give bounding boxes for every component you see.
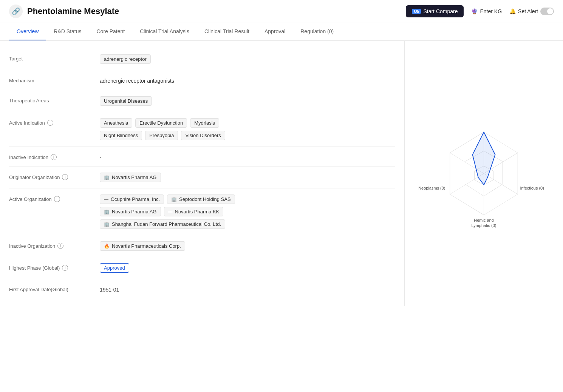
org-icon: 🏢	[104, 175, 110, 180]
highest-phase-value: Approved	[100, 263, 395, 273]
inactive-indication-label: Inactive Indication i	[9, 153, 92, 160]
inactive-org-row: Inactive Organization i 🔥 Novartis Pharm…	[9, 235, 395, 257]
radar-data-polygon	[473, 132, 495, 185]
novartis-kk-icon: —	[168, 209, 173, 215]
first-approval-value: 1951-01	[100, 285, 395, 293]
set-alert-label: Set Alert	[518, 8, 538, 14]
therapeutic-areas-label: Therapeutic Areas	[9, 96, 92, 103]
mechanism-row: Mechanism adrenergic receptor antagonist…	[9, 70, 395, 90]
active-indication-row-2: Night Blindness Presbyopia Vision Disord…	[100, 131, 395, 140]
septodont-icon: 🏢	[171, 197, 177, 202]
tab-clinical-trial-result[interactable]: Clinical Trial Result	[197, 23, 257, 40]
active-indication-row-1: Anesthesia Erectile Dysfunction Mydriasi…	[100, 118, 395, 128]
therapeutic-area-tag[interactable]: Urogenital Diseases	[100, 96, 152, 106]
novartis-ag-icon: 🏢	[104, 209, 110, 215]
alert-toggle[interactable]	[540, 8, 554, 15]
active-indication-info-icon[interactable]: i	[47, 120, 53, 126]
active-indication-row: Active Indication i Anesthesia Erectile …	[9, 112, 395, 147]
compare-label: Start Compare	[423, 8, 458, 14]
tab-approval[interactable]: Approval	[257, 23, 293, 40]
mechanism-text: adrenergic receptor antagonists	[100, 76, 174, 84]
main-content: Target adrenergic receptor Mechanism adr…	[0, 41, 563, 306]
highest-phase-tag[interactable]: Approved	[100, 263, 129, 273]
active-indication-value: Anesthesia Erectile Dysfunction Mydriasi…	[100, 118, 395, 140]
inactive-indication-value: -	[100, 153, 395, 160]
start-compare-button[interactable]: U5 Start Compare	[406, 5, 464, 17]
header-actions: U5 Start Compare 🔮 Enter KG 🔔 Set Alert	[406, 5, 554, 17]
target-label: Target	[9, 54, 92, 62]
active-org-row-3: 🏢 Shanghai Fudan Forward Pharmaceutical …	[100, 219, 395, 229]
active-org-info-icon[interactable]: i	[54, 196, 60, 202]
highest-phase-label: Highest Phase (Global) i	[9, 263, 92, 271]
indication-night-blindness[interactable]: Night Blindness	[100, 131, 142, 140]
highest-phase-row: Highest Phase (Global) i Approved	[9, 257, 395, 279]
active-org-row: Active Organization i — Ocuphire Pharma,…	[9, 188, 395, 235]
originator-org-label: Originator Organization i	[9, 173, 92, 180]
first-approval-text: 1951-01	[100, 285, 119, 293]
inactive-org-value: 🔥 Novartis Pharmaceuticals Corp.	[100, 241, 395, 251]
highest-phase-info-icon[interactable]: i	[62, 265, 68, 271]
tab-overview[interactable]: Overview	[9, 23, 46, 40]
active-org-row-1: — Ocuphire Pharma, Inc. 🏢 Septodont Hold…	[100, 194, 395, 204]
indication-presbyopia[interactable]: Presbyopia	[145, 131, 178, 140]
tab-clinical-trial-analysis[interactable]: Clinical Trial Analysis	[132, 23, 197, 40]
originator-org-value: 🏢 Novartis Pharma AG	[100, 173, 395, 182]
target-value: adrenergic receptor	[100, 54, 395, 64]
inactive-org-info-icon[interactable]: i	[57, 243, 63, 249]
tab-regulation[interactable]: Regulation (0)	[293, 23, 341, 40]
active-indication-label: Active Indication i	[9, 118, 92, 126]
active-org-label: Active Organization i	[9, 194, 92, 202]
compare-badge: U5	[412, 9, 421, 14]
org-novartis-pharma-ag-originator[interactable]: 🏢 Novartis Pharma AG	[100, 173, 161, 182]
radar-label-hemic2: Lymphatic (0)	[471, 223, 496, 228]
active-org-value: — Ocuphire Pharma, Inc. 🏢 Septodont Hold…	[100, 194, 395, 229]
drug-icon: 🔗	[9, 5, 23, 18]
inactive-indication-row: Inactive Indication i -	[9, 147, 395, 167]
tab-bar: Overview R&D Status Core Patent Clinical…	[0, 23, 563, 41]
tab-rd-status[interactable]: R&D Status	[46, 23, 89, 40]
radar-label-neoplasms: Neoplasms (0)	[418, 186, 445, 190]
novartis-corp-icon: 🔥	[104, 244, 110, 249]
therapeutic-areas-row: Therapeutic Areas Urogenital Diseases	[9, 90, 395, 112]
inactive-indication-info-icon[interactable]: i	[51, 154, 57, 160]
active-org-row-2: 🏢 Novartis Pharma AG — Novartis Pharma K…	[100, 207, 395, 216]
set-alert-button[interactable]: 🔔 Set Alert	[509, 8, 554, 15]
target-row: Target adrenergic receptor	[9, 48, 395, 70]
org-novartis-pharma-ag[interactable]: 🏢 Novartis Pharma AG	[100, 207, 161, 216]
shanghai-icon: 🏢	[104, 222, 110, 227]
target-tag[interactable]: adrenergic receptor	[100, 54, 151, 64]
header: 🔗 Phentolamine Mesylate U5 Start Compare…	[0, 0, 563, 23]
org-novartis-pharma-kk[interactable]: — Novartis Pharma KK	[164, 207, 224, 216]
originator-org-row: Originator Organization i 🏢 Novartis Pha…	[9, 167, 395, 188]
org-ocuphire[interactable]: — Ocuphire Pharma, Inc.	[100, 194, 164, 204]
indication-mydriasis[interactable]: Mydriasis	[190, 118, 219, 128]
radar-label-hemic1: Hemic and	[474, 218, 493, 222]
info-panel: Target adrenergic receptor Mechanism adr…	[0, 41, 404, 306]
therapeutic-areas-value: Urogenital Diseases	[100, 96, 395, 106]
inactive-org-label: Inactive Organization i	[9, 241, 92, 249]
inactive-indication-text: -	[100, 153, 102, 160]
org-novartis-pharma-corp[interactable]: 🔥 Novartis Pharmaceuticals Corp.	[100, 241, 185, 251]
alert-icon: 🔔	[509, 8, 516, 14]
org-shanghai-fudan[interactable]: 🏢 Shanghai Fudan Forward Pharmaceutical …	[100, 219, 225, 229]
tab-core-patent[interactable]: Core Patent	[89, 23, 133, 40]
indication-anesthesia[interactable]: Anesthesia	[100, 118, 132, 128]
mechanism-value: adrenergic receptor antagonists	[100, 76, 395, 84]
radar-chart: Neoplasms (0) Infectious (0) Hemic and L…	[412, 48, 555, 299]
page-title: Phentolamine Mesylate	[27, 6, 401, 16]
mechanism-label: Mechanism	[9, 76, 92, 83]
enter-kg-button[interactable]: 🔮 Enter KG	[471, 8, 502, 14]
radar-label-infectious: Infectious (0)	[520, 186, 544, 190]
first-approval-label: First Approval Date(Global)	[9, 285, 92, 292]
indication-erectile[interactable]: Erectile Dysfunction	[135, 118, 187, 128]
enter-kg-label: Enter KG	[480, 8, 502, 14]
kg-icon: 🔮	[471, 8, 478, 14]
originator-org-info-icon[interactable]: i	[62, 174, 68, 180]
indication-vision-disorders[interactable]: Vision Disorders	[181, 131, 225, 140]
ocuphire-icon: —	[104, 197, 108, 202]
chart-panel: Neoplasms (0) Infectious (0) Hemic and L…	[404, 41, 563, 306]
org-septodont[interactable]: 🏢 Septodont Holding SAS	[167, 194, 235, 204]
first-approval-row: First Approval Date(Global) 1951-01	[9, 279, 395, 299]
